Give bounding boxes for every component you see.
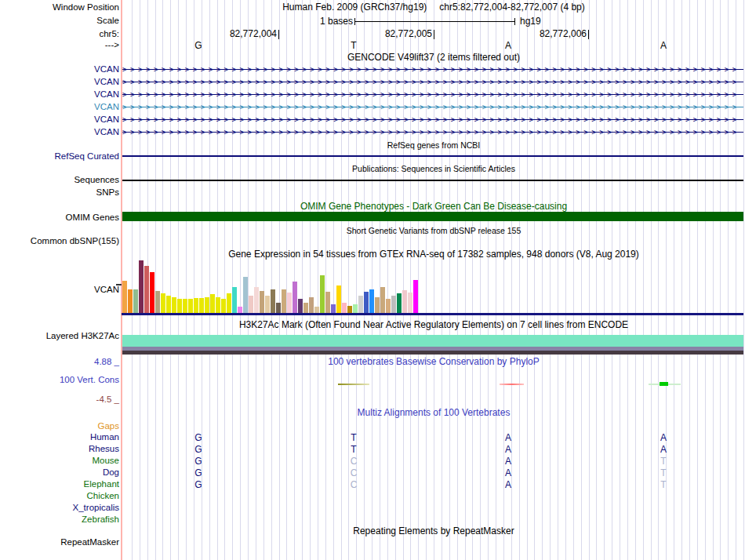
dbsnp-label[interactable]: Common dbSNP(155) — [0, 236, 119, 246]
gtex-tissue-bar[interactable] — [265, 296, 270, 313]
genome-label: hg19 — [520, 16, 541, 27]
multiz-aligned-base: A — [499, 432, 518, 443]
gencode-gene-label[interactable]: VCAN — [0, 77, 119, 87]
gencode-gene-label[interactable]: VCAN — [0, 64, 119, 75]
multiz-species-label[interactable]: X_tropicalis — [0, 503, 119, 513]
gtex-tissue-bar[interactable] — [188, 299, 193, 313]
gencode-gene-row[interactable]: >>>>>>>>>>>>>>>>>>>>>>>>>>>>>>>>>>>>>>>>… — [122, 64, 743, 75]
gencode-gene-row[interactable]: >>>>>>>>>>>>>>>>>>>>>>>>>>>>>>>>>>>>>>>>… — [122, 102, 743, 113]
gtex-tissue-bar[interactable] — [402, 290, 407, 313]
multiz-species-label[interactable]: Chicken — [0, 491, 119, 501]
gtex-tissue-bar[interactable] — [254, 287, 259, 313]
multiz-species-label[interactable]: Mouse — [0, 456, 119, 466]
gtex-tissue-bar[interactable] — [303, 303, 308, 313]
omim-genes-label[interactable]: OMIM Genes — [0, 213, 119, 223]
gtex-tissue-bar[interactable] — [298, 299, 303, 313]
gtex-tissue-bar[interactable] — [166, 296, 171, 313]
refseq-track-title: RefSeq genes from NCBI — [124, 140, 743, 151]
sequences-label[interactable]: Sequences — [0, 175, 119, 185]
gtex-tissue-bar[interactable] — [122, 281, 127, 313]
multiz-species-label[interactable]: Rhesus — [0, 444, 119, 454]
gtex-tissue-bar[interactable] — [172, 297, 176, 313]
gtex-tissue-bar[interactable] — [232, 287, 237, 313]
gencode-gene-label[interactable]: VCAN — [0, 115, 119, 125]
conservation-label[interactable]: 100 Vert. Cons — [0, 375, 119, 385]
genome-browser-image[interactable]: Window Position Human Feb. 2009 (GRCh37/… — [0, 0, 745, 560]
h3k27ac-signal-band3[interactable] — [122, 351, 743, 355]
gencode-gene-label[interactable]: VCAN — [0, 89, 119, 100]
gtex-tissue-bar[interactable] — [243, 277, 248, 313]
gtex-tissue-bar[interactable] — [375, 297, 380, 313]
gtex-tissue-bar[interactable] — [238, 307, 242, 313]
gtex-tissue-bar[interactable] — [183, 299, 187, 313]
gencode-gene-row[interactable]: >>>>>>>>>>>>>>>>>>>>>>>>>>>>>>>>>>>>>>>>… — [122, 115, 743, 125]
gtex-tissue-bar[interactable] — [358, 296, 363, 313]
multiz-species-label[interactable]: Dog — [0, 467, 119, 478]
gtex-tissue-bar[interactable] — [227, 293, 231, 313]
gtex-tissue-bar[interactable] — [408, 293, 412, 313]
gtex-tissue-bar[interactable] — [216, 297, 220, 313]
gtex-tissue-bar[interactable] — [380, 287, 385, 313]
multiz-species-label[interactable]: Human — [0, 432, 119, 442]
gtex-tissue-bar[interactable] — [309, 297, 314, 313]
gtex-tissue-bar[interactable] — [260, 291, 264, 313]
multiz-aligned-base: A — [654, 444, 673, 455]
gtex-tissue-bar[interactable] — [293, 282, 297, 313]
gtex-tissue-bar[interactable] — [128, 289, 133, 313]
gtex-tissue-bar[interactable] — [221, 299, 226, 313]
gencode-gene-label[interactable]: VCAN — [0, 102, 119, 112]
gtex-tissue-bar[interactable] — [155, 291, 160, 313]
gtex-tissue-bar[interactable] — [342, 303, 347, 313]
gtex-tissue-bar[interactable] — [144, 266, 149, 313]
gtex-tissue-bar[interactable] — [194, 298, 198, 313]
gtex-tissue-bar[interactable] — [282, 289, 286, 313]
gtex-tissue-bar[interactable] — [386, 299, 391, 313]
gtex-tissue-bar[interactable] — [210, 294, 215, 313]
gtex-tissue-bar[interactable] — [314, 307, 319, 313]
h3k27ac-signal-band[interactable] — [122, 335, 743, 347]
gtex-tissue-bar[interactable] — [413, 280, 418, 313]
gtex-tissue-bar[interactable] — [331, 304, 336, 313]
refseq-curated-label[interactable]: RefSeq Curated — [0, 151, 119, 162]
gtex-gene-label[interactable]: VCAN — [0, 285, 119, 295]
multiz-aligned-base: G — [189, 444, 208, 455]
coordinate-tick — [588, 30, 589, 39]
gtex-tissue-bar[interactable] — [336, 285, 341, 313]
omim-gene-bar[interactable] — [122, 212, 743, 221]
gencode-gene-label[interactable]: VCAN — [0, 127, 119, 137]
strand-label: ---> — [0, 40, 119, 50]
gtex-tissue-bar[interactable] — [139, 260, 144, 313]
gtex-tissue-bar[interactable] — [353, 304, 358, 313]
gtex-tissue-bar[interactable] — [177, 299, 182, 313]
gtex-tissue-bar[interactable] — [271, 289, 275, 313]
multiz-species-label[interactable]: Gaps — [0, 421, 119, 431]
multiz-species-label[interactable]: Zebrafish — [0, 515, 119, 525]
gtex-tissue-bar[interactable] — [161, 293, 165, 313]
refseq-curated-item[interactable] — [122, 155, 743, 157]
gtex-tissue-bar[interactable] — [364, 292, 369, 313]
coordinate-tick — [434, 30, 434, 39]
gtex-tissue-bar[interactable] — [287, 293, 292, 313]
snps-label[interactable]: SNPs — [0, 187, 119, 198]
gtex-tissue-bar[interactable] — [249, 296, 253, 313]
gtex-tissue-bar[interactable] — [369, 289, 374, 313]
gtex-tissue-bar[interactable] — [320, 275, 325, 313]
gencode-gene-row[interactable]: >>>>>>>>>>>>>>>>>>>>>>>>>>>>>>>>>>>>>>>>… — [122, 77, 743, 88]
multiz-species-label[interactable]: Elephant — [0, 479, 119, 489]
gtex-tissue-bar[interactable] — [150, 272, 154, 313]
sequences-item[interactable] — [122, 180, 743, 181]
gtex-tissue-bar[interactable] — [325, 292, 330, 313]
repeatmasker-label[interactable]: RepeatMasker — [0, 537, 119, 547]
gtex-tissue-bar[interactable] — [133, 289, 138, 313]
coordinate-tick — [278, 30, 279, 39]
gtex-tissue-bar[interactable] — [397, 293, 402, 313]
gtex-tissue-bar[interactable] — [205, 297, 209, 313]
gencode-gene-row[interactable]: >>>>>>>>>>>>>>>>>>>>>>>>>>>>>>>>>>>>>>>>… — [122, 89, 743, 100]
multiz-aligned-base: T — [654, 467, 673, 478]
gtex-tissue-bar[interactable] — [276, 303, 281, 313]
gtex-tissue-bar[interactable] — [391, 296, 396, 313]
gtex-tissue-bar[interactable] — [347, 306, 352, 313]
gencode-gene-row[interactable]: >>>>>>>>>>>>>>>>>>>>>>>>>>>>>>>>>>>>>>>>… — [122, 127, 743, 138]
gtex-tissue-bar[interactable] — [199, 298, 204, 313]
h3k27ac-label[interactable]: Layered H3K27Ac — [0, 331, 119, 341]
